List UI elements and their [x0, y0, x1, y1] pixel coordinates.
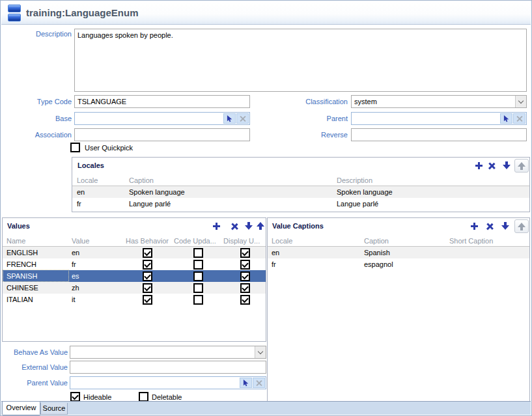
display-update-checkbox[interactable]	[240, 295, 250, 305]
stacked-blocks-icon	[8, 5, 21, 21]
table-row[interactable]: en Spoken language Spoken language	[72, 186, 529, 198]
base-field[interactable]	[74, 112, 250, 125]
external-value-label: External Value	[1, 361, 68, 374]
move-down-icon[interactable]	[503, 161, 511, 169]
parent-value-field[interactable]	[70, 376, 266, 389]
pick-reference-icon[interactable]	[223, 113, 236, 124]
delete-icon[interactable]	[488, 161, 496, 169]
table-row-selected[interactable]: SPANISH es	[3, 270, 266, 282]
delete-icon[interactable]	[486, 222, 494, 230]
has-behavior-checkbox[interactable]	[143, 271, 152, 281]
locales-panel: Locales Locale Caption Description en Sp…	[72, 157, 530, 212]
table-row[interactable]: fr Langue parlé Langue parlé	[72, 198, 529, 210]
clear-icon[interactable]	[253, 378, 265, 388]
pick-reference-icon[interactable]	[240, 378, 252, 388]
parent-label: Parent	[261, 112, 348, 125]
classification-label: Classification	[261, 95, 348, 108]
has-behavior-checkbox[interactable]	[143, 260, 152, 270]
table-row[interactable]: fr espagnol	[268, 258, 529, 270]
values-panel: Values Name Value Has Behavior Code Upda…	[2, 217, 266, 342]
move-down-icon[interactable]	[245, 222, 253, 230]
code-update-checkbox[interactable]	[193, 295, 203, 305]
base-label: Base	[1, 112, 72, 125]
type-code-label: Type Code	[1, 95, 72, 108]
description-field[interactable]: Languages spoken by people.	[74, 29, 527, 92]
delete-icon[interactable]	[231, 222, 238, 230]
user-quickpick-checkbox[interactable]	[70, 143, 80, 152]
tab-overview[interactable]: Overview	[2, 402, 40, 415]
chevron-down-icon[interactable]	[255, 346, 266, 358]
parent-field[interactable]	[351, 112, 527, 125]
value-captions-title: Value Captions	[272, 222, 324, 230]
code-update-checkbox[interactable]	[193, 248, 203, 258]
move-down-icon[interactable]	[501, 222, 509, 230]
values-title: Values	[7, 222, 30, 230]
table-row[interactable]: CHINESE zh	[3, 282, 266, 294]
reverse-field[interactable]	[351, 128, 527, 141]
parent-value-label: Parent Value	[1, 376, 68, 389]
table-row[interactable]: FRENCH fr	[3, 258, 266, 270]
external-value-field[interactable]	[70, 361, 266, 374]
display-update-checkbox[interactable]	[240, 283, 250, 293]
code-update-checkbox[interactable]	[193, 271, 203, 281]
header: training:LanguageEnum	[1, 1, 531, 25]
clear-icon[interactable]	[513, 113, 525, 124]
value-captions-panel: Value Captions Locale Caption Short Capt…	[267, 217, 530, 402]
has-behavior-checkbox[interactable]	[143, 248, 152, 258]
move-up-button[interactable]	[514, 219, 529, 233]
add-icon[interactable]	[212, 222, 220, 230]
move-up-button[interactable]	[514, 159, 529, 173]
window: training:LanguageEnum Description Langua…	[0, 0, 532, 416]
move-up-icon[interactable]	[257, 222, 264, 230]
move-up-icon	[518, 162, 525, 170]
display-update-checkbox[interactable]	[240, 260, 250, 270]
has-behavior-checkbox[interactable]	[143, 295, 152, 305]
code-update-checkbox[interactable]	[193, 260, 203, 270]
table-row[interactable]: en Spanish	[268, 247, 529, 258]
behave-as-value-select[interactable]	[70, 346, 266, 359]
deletable-checkbox[interactable]	[139, 392, 148, 402]
has-behavior-checkbox[interactable]	[143, 283, 152, 293]
association-label: Association	[1, 128, 72, 141]
table-row[interactable]: ITALIAN it	[3, 294, 266, 305]
chevron-down-icon[interactable]	[515, 96, 526, 107]
code-update-checkbox[interactable]	[193, 283, 203, 293]
add-icon[interactable]	[475, 161, 483, 169]
display-update-checkbox[interactable]	[240, 271, 250, 281]
reverse-label: Reverse	[261, 128, 348, 141]
clear-icon[interactable]	[236, 113, 249, 124]
locales-title: Locales	[77, 161, 104, 169]
description-label: Description	[1, 29, 72, 38]
page-title: training:LanguageEnum	[26, 7, 139, 18]
classification-select[interactable]: system	[351, 95, 527, 108]
user-quickpick-label: User Quickpick	[85, 143, 133, 153]
pick-reference-icon[interactable]	[500, 113, 512, 124]
table-row[interactable]: ENGLISH en	[3, 247, 266, 258]
display-update-checkbox[interactable]	[240, 248, 250, 258]
hideable-checkbox[interactable]	[70, 392, 80, 402]
tab-source[interactable]: Source	[40, 403, 68, 415]
association-field[interactable]	[74, 128, 250, 141]
tab-strip	[1, 401, 531, 415]
add-icon[interactable]	[470, 222, 478, 230]
behave-as-value-label: Behave As Value	[1, 346, 68, 359]
type-code-field[interactable]: TSLANGUAGE	[74, 95, 250, 108]
move-up-icon	[518, 223, 525, 230]
